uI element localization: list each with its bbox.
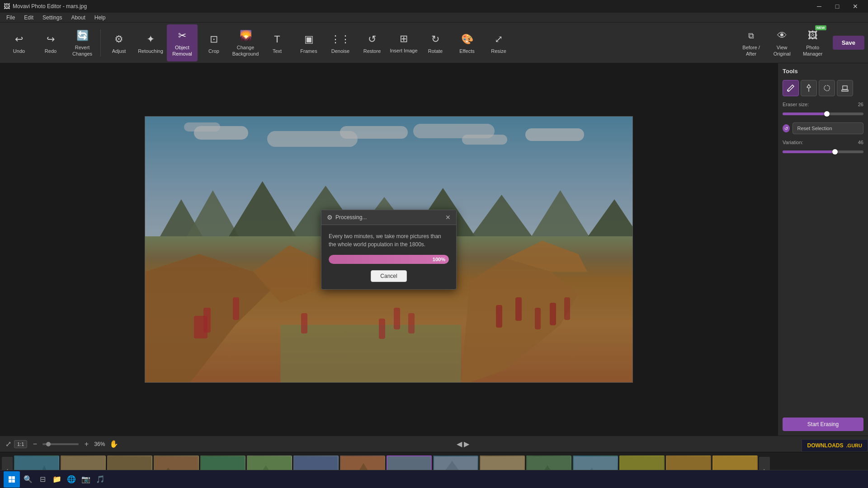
pin-tool-btn[interactable]: [801, 80, 817, 96]
undo-button[interactable]: ↩ Undo: [4, 24, 34, 61]
restore-icon: ↺: [365, 32, 379, 47]
object-removal-button[interactable]: ✂ Object Removal: [167, 24, 198, 61]
crop-button[interactable]: ⊡ Crop: [198, 24, 229, 61]
zoom-thumb[interactable]: [46, 442, 51, 446]
fit-to-screen-icon[interactable]: ⤢: [5, 440, 11, 448]
titlebar: 🖼 Movavi Photo Editor - mars.jpg ─ □ ✕: [0, 0, 868, 13]
effects-button[interactable]: 🎨 Effects: [452, 24, 482, 61]
brush-icon: [786, 84, 795, 93]
download-banner[interactable]: DOWNLOADS .GURU: [802, 439, 868, 452]
eraser-size-thumb[interactable]: [824, 111, 830, 117]
statusbar: ⤢ 1:1 − + 36% ✋ ◀ ▶ ⊞ 🗑 3968×2240 ℹ: [0, 436, 868, 452]
menu-file[interactable]: File: [2, 14, 19, 22]
close-button[interactable]: ✕: [846, 0, 864, 13]
view-original-icon: 👁: [775, 28, 789, 43]
taskbar: 🔍 ⊟ 📁 🌐 📷 🎵: [0, 470, 868, 488]
rotate-button[interactable]: ↻ Rotate: [420, 24, 451, 61]
download-guru-logo: DOWNLOADS: [807, 442, 844, 449]
photo-container: ⚙ Processing... ✕ Every two minutes, we …: [145, 116, 633, 383]
menu-about[interactable]: About: [66, 14, 90, 22]
redo-button[interactable]: ↪ Redo: [35, 24, 66, 61]
app2-button[interactable]: 🎵: [94, 473, 107, 486]
zoom-slider[interactable]: [42, 443, 79, 445]
tools-title: Tools: [783, 68, 863, 75]
before-after-icon: ⧉: [744, 28, 759, 43]
top-right-tools: ⧉ Before / After 👁 View Original 🖼 Photo…: [737, 24, 864, 61]
start-button[interactable]: [4, 471, 20, 488]
menu-settings[interactable]: Settings: [38, 14, 66, 22]
menu-help[interactable]: Help: [90, 14, 110, 22]
zoom-in-button[interactable]: +: [81, 439, 91, 449]
text-button[interactable]: T Text: [262, 24, 292, 61]
zoom-controls: ⤢ 1:1 − + 36% ✋: [5, 439, 118, 449]
eraser-size-slider[interactable]: [783, 113, 863, 115]
restore-button[interactable]: ↺ Restore: [357, 24, 387, 61]
play-controls-container: ◀ ▶: [126, 440, 800, 448]
variation-slider[interactable]: [783, 150, 863, 153]
titlebar-controls: ─ □ ✕: [810, 0, 864, 13]
photo-manager-icon: 🖼: [806, 28, 820, 43]
windows-icon: [8, 476, 15, 483]
progress-fill: [329, 255, 449, 264]
dialog-close-button[interactable]: ✕: [445, 214, 451, 221]
change-bg-icon: 🌄: [238, 28, 253, 43]
svg-rect-49: [9, 476, 12, 479]
retouching-button[interactable]: ✦ Retouching: [135, 24, 166, 61]
brush-tool-btn[interactable]: [783, 80, 799, 96]
insert-image-button[interactable]: ⊞ Insert Image: [388, 24, 419, 61]
maximize-button[interactable]: □: [828, 0, 846, 13]
svg-rect-52: [12, 479, 15, 483]
resize-button[interactable]: ⤢ Resize: [483, 24, 514, 61]
revert-icon: 🔄: [75, 28, 90, 43]
svg-rect-50: [12, 476, 15, 479]
change-background-button[interactable]: 🌄 Change Background: [230, 24, 261, 61]
app1-button[interactable]: 📷: [80, 473, 92, 486]
zoom-out-button[interactable]: −: [30, 439, 40, 449]
zoom-level: 36%: [94, 441, 105, 447]
variation-fill: [783, 150, 835, 153]
frames-button[interactable]: ▣ Frames: [293, 24, 324, 61]
variation-thumb[interactable]: [832, 149, 838, 155]
chrome-button[interactable]: 🌐: [65, 473, 78, 486]
frames-icon: ▣: [302, 32, 316, 47]
hand-tool-icon[interactable]: ✋: [109, 440, 118, 448]
spinner-icon: ⚙: [327, 214, 333, 221]
search-taskbar-button[interactable]: 🔍: [22, 473, 34, 486]
dialog-cancel-button[interactable]: Cancel: [371, 270, 406, 282]
processing-dialog: ⚙ Processing... ✕ Every two minutes, we …: [321, 210, 457, 290]
text-icon: T: [270, 32, 284, 47]
revert-changes-button[interactable]: 🔄 Revert Changes: [67, 24, 98, 61]
lasso-icon: [822, 84, 831, 93]
object-removal-icon: ✂: [175, 28, 189, 43]
adjust-button[interactable]: ⚙ Adjust: [104, 24, 134, 61]
reset-selection-button[interactable]: Reset Selection: [793, 122, 863, 134]
progress-bar: 100%: [329, 255, 449, 264]
titlebar-title: 🖼 Movavi Photo Editor - mars.jpg: [4, 3, 87, 10]
effects-icon: 🎨: [460, 32, 474, 47]
retouching-icon: ✦: [143, 32, 158, 47]
main-area: ⚙ Processing... ✕ Every two minutes, we …: [0, 63, 868, 436]
resize-icon: ⤢: [491, 32, 506, 47]
download-guru-text: .GURU: [846, 443, 862, 448]
view-original-button[interactable]: 👁 View Original: [768, 24, 797, 61]
rotate-icon: ↻: [428, 32, 443, 47]
next-frame-button[interactable]: ▶: [464, 440, 469, 448]
dialog-header: ⚙ Processing... ✕: [321, 210, 456, 225]
save-button[interactable]: Save: [833, 36, 864, 50]
dialog-overlay: ⚙ Processing... ✕ Every two minutes, we …: [145, 117, 632, 382]
denoise-button[interactable]: ⋮⋮ Denoise: [325, 24, 356, 61]
lasso-tool-btn[interactable]: [819, 80, 835, 96]
eraser-size-fill: [783, 113, 827, 115]
file-explorer-button[interactable]: 📁: [51, 473, 63, 486]
menu-edit[interactable]: Edit: [19, 14, 38, 22]
undo-icon: ↩: [12, 32, 26, 47]
start-erasing-button[interactable]: Start Erasing: [783, 418, 863, 431]
eraser-size-row: Eraser size: 26: [783, 102, 863, 107]
minimize-button[interactable]: ─: [810, 0, 828, 13]
photo-manager-button[interactable]: 🖼 Photo Manager NEW: [798, 24, 827, 61]
prev-frame-button[interactable]: ◀: [457, 440, 462, 448]
crop-icon: ⊡: [207, 32, 221, 47]
task-view-button[interactable]: ⊟: [36, 473, 49, 486]
stamp-tool-btn[interactable]: [837, 80, 853, 96]
before-after-button[interactable]: ⧉ Before / After: [737, 24, 766, 61]
